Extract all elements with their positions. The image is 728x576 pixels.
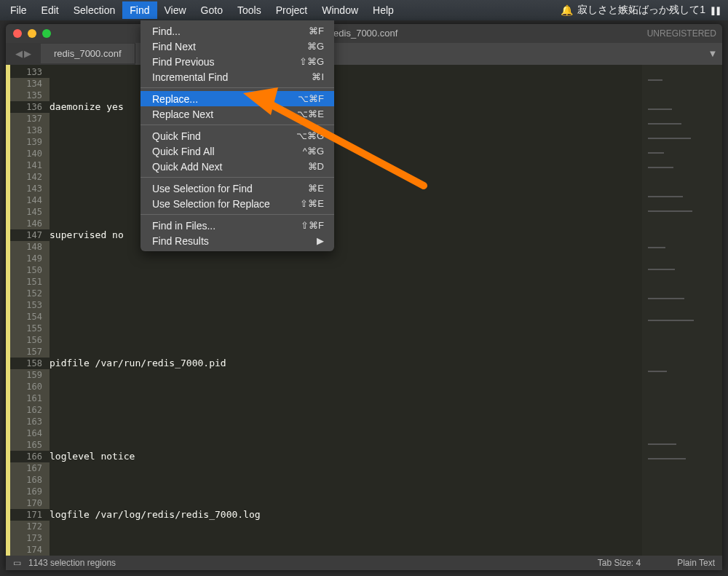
code-line[interactable] [50, 148, 642, 159]
code-line[interactable] [50, 439, 642, 451]
menu-item-find-next[interactable]: Find Next⌘G [141, 39, 334, 54]
tab-bar: ◀ ▶ redis_7000.conf ▼ [6, 43, 722, 65]
line-number: 168 [6, 474, 50, 486]
code-line[interactable] [50, 264, 642, 276]
code-line[interactable] [50, 241, 642, 253]
code-line[interactable] [50, 462, 642, 474]
line-number: 156 [6, 334, 50, 346]
line-number: 171 [6, 509, 50, 521]
code-line[interactable] [50, 427, 642, 439]
code-line[interactable] [50, 544, 642, 556]
code-line[interactable] [50, 113, 642, 125]
menu-item-use-selection-for-replace[interactable]: Use Selection for Replace⇧⌘E [141, 196, 334, 211]
code-line[interactable] [50, 497, 642, 509]
code-line[interactable] [50, 299, 642, 311]
line-number: 143 [6, 183, 50, 194]
panel-icon[interactable]: ▭ [13, 558, 21, 568]
code-line[interactable]: loglevel notice [50, 451, 642, 462]
maximize-icon[interactable] [42, 29, 51, 38]
code-line[interactable]: daemonize yes [50, 101, 642, 113]
menu-item-incremental-find[interactable]: Incremental Find⌘I [141, 69, 334, 84]
menu-item-find-in-files[interactable]: Find in Files...⇧⌘F [141, 218, 334, 233]
code-line[interactable] [50, 66, 642, 78]
line-number: 133 [6, 66, 50, 78]
line-number: 135 [6, 90, 50, 101]
window-title: redis_7000.conf [331, 28, 398, 39]
selection-status: 1143 selection regions [28, 558, 116, 568]
minimap[interactable] [642, 65, 722, 556]
code-line[interactable]: supervised no [50, 229, 642, 241]
code-line[interactable] [50, 334, 642, 346]
line-number: 157 [6, 346, 50, 358]
code-line[interactable] [50, 532, 642, 544]
menu-project[interactable]: Project [269, 1, 315, 19]
close-icon[interactable] [13, 29, 22, 38]
menu-item-find-results[interactable]: Find Results▶ [141, 233, 334, 248]
find-menu-dropdown: Find...⌘FFind Next⌘GFind Previous⇧⌘GIncr… [141, 20, 334, 251]
code-line[interactable] [50, 171, 642, 183]
code-line[interactable] [50, 253, 642, 264]
code-line[interactable] [50, 78, 642, 90]
code-line[interactable] [50, 276, 642, 288]
code-line[interactable] [50, 218, 642, 229]
code-line[interactable] [50, 90, 642, 101]
code-line[interactable] [50, 136, 642, 148]
code-line[interactable] [50, 346, 642, 358]
menu-selection[interactable]: Selection [66, 1, 123, 19]
code-line[interactable] [50, 416, 642, 427]
syntax-status[interactable]: Plain Text [677, 558, 715, 568]
file-tab[interactable]: redis_7000.conf [41, 44, 135, 63]
code-line[interactable]: logfile /var/log/redis/redis_7000.log [50, 509, 642, 521]
code-line[interactable]: pidfile /var/run/redis_7000.pid [50, 358, 642, 369]
menu-view[interactable]: View [157, 1, 194, 19]
line-number: 158 [6, 358, 50, 369]
pause-icon[interactable]: ❚❚ [710, 4, 721, 16]
menu-edit[interactable]: Edit [34, 1, 66, 19]
editor-area[interactable]: 1331341351361371381391401411421431441451… [6, 65, 722, 556]
code-line[interactable] [50, 521, 642, 532]
code-line[interactable] [50, 369, 642, 381]
menu-find[interactable]: Find [122, 1, 157, 19]
menu-item-use-selection-for-find[interactable]: Use Selection for Find⌘E [141, 181, 334, 196]
tab-size-status[interactable]: Tab Size: 4 [598, 558, 641, 568]
menu-item-quick-find[interactable]: Quick Find⌥⌘G [141, 128, 334, 143]
menu-tools[interactable]: Tools [230, 1, 269, 19]
line-number: 142 [6, 171, 50, 183]
code-line[interactable] [50, 486, 642, 497]
line-number: 160 [6, 381, 50, 392]
code-line[interactable] [50, 183, 642, 194]
now-playing-text: 寂しさと嫉妬ばっか残して1 [577, 4, 705, 17]
menu-window[interactable]: Window [314, 1, 365, 19]
code-line[interactable] [50, 381, 642, 392]
menu-item-replace[interactable]: Replace...⌥⌘F [141, 91, 334, 106]
back-icon[interactable]: ◀ [15, 48, 23, 59]
line-number: 173 [6, 532, 50, 544]
menu-item-quick-find-all[interactable]: Quick Find All^⌘G [141, 143, 334, 159]
code-line[interactable] [50, 194, 642, 206]
tab-overflow-icon[interactable]: ▼ [703, 43, 722, 65]
line-number: 134 [6, 78, 50, 90]
menu-file[interactable]: File [3, 1, 34, 19]
menu-item-find-previous[interactable]: Find Previous⇧⌘G [141, 54, 334, 69]
menu-item-find[interactable]: Find...⌘F [141, 23, 334, 39]
menu-goto[interactable]: Goto [194, 1, 230, 19]
line-number: 153 [6, 299, 50, 311]
code-line[interactable] [50, 288, 642, 299]
unregistered-label: UNREGISTERED [647, 28, 716, 39]
forward-icon[interactable]: ▶ [24, 48, 31, 59]
line-gutter: 1331341351361371381391401411421431441451… [6, 65, 50, 556]
menu-item-quick-add-next[interactable]: Quick Add Next⌘D [141, 159, 334, 174]
code-line[interactable] [50, 474, 642, 486]
menu-help[interactable]: Help [365, 1, 401, 19]
code-line[interactable] [50, 206, 642, 218]
menu-item-replace-next[interactable]: Replace Next⌥⌘E [141, 106, 334, 122]
code-line[interactable] [50, 323, 642, 334]
minimize-icon[interactable] [28, 29, 36, 38]
code-line[interactable] [50, 392, 642, 404]
code-line[interactable] [50, 311, 642, 323]
code-line[interactable] [50, 159, 642, 171]
code-line[interactable] [50, 404, 642, 416]
nav-arrows[interactable]: ◀ ▶ [6, 48, 41, 59]
code-column[interactable]: daemonize yessupervised nopidfile /var/r… [50, 65, 642, 556]
code-line[interactable] [50, 125, 642, 136]
